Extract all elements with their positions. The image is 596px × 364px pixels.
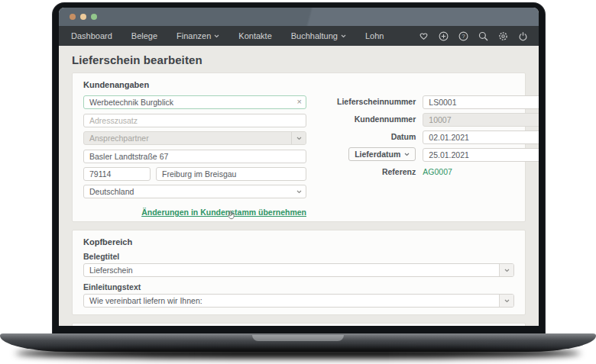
nav-item-dashboard[interactable]: Dashboard	[71, 31, 112, 40]
customer-number-input	[423, 113, 539, 127]
intro-text-label: Einleitungstext	[83, 282, 514, 292]
customer-name-input[interactable]	[83, 95, 306, 109]
search-icon[interactable]	[478, 31, 488, 41]
contact-person-select[interactable]: Ansprechpartner	[83, 131, 306, 145]
positions-panel: Belegpositionen	[72, 323, 526, 326]
nav-item-finanzen[interactable]: Finanzen	[177, 31, 219, 40]
chevron-down-icon[interactable]	[499, 264, 513, 276]
chevron-down-icon	[341, 34, 346, 38]
header-panel: Kopfbereich Belegtitel Lieferschein Einl…	[72, 230, 526, 315]
chevron-down-icon[interactable]	[291, 132, 306, 144]
date-input[interactable]	[423, 130, 539, 144]
street-input[interactable]	[83, 150, 306, 163]
nav-item-buchhaltung[interactable]: Buchhaltung	[291, 31, 346, 40]
address-suffix-input[interactable]	[83, 114, 306, 127]
window-button-3[interactable]	[91, 14, 97, 20]
page-content: Lieferschein bearbeiten Kundenangaben ×	[59, 46, 539, 326]
settings-icon[interactable]	[498, 31, 508, 41]
delivery-date-input[interactable]	[423, 148, 539, 162]
reference-row: Referenz AG0007	[337, 165, 539, 179]
apply-to-customer-link[interactable]: Änderungen in Kundenstamm übernehmen	[141, 208, 306, 217]
browser-titlebar	[59, 8, 539, 26]
nav-icon-group: ?	[419, 31, 528, 41]
customer-name-field-wrap: ×	[83, 95, 306, 109]
city-input[interactable]	[156, 167, 306, 181]
hand-cursor-icon	[226, 210, 236, 221]
svg-text:?: ?	[462, 33, 465, 40]
doc-number-input[interactable]	[423, 95, 539, 109]
chevron-down-icon	[404, 153, 410, 156]
intro-text-select[interactable]: Wie vereinbart liefern wir Ihnen:	[83, 294, 514, 308]
help-circle-icon[interactable]: ?	[458, 31, 468, 41]
nav-item-kontakte[interactable]: Kontakte	[238, 31, 271, 40]
page-title: Lieferschein bearbeiten	[72, 53, 526, 66]
zip-input[interactable]	[83, 167, 151, 181]
customer-panel: Kundenangaben × Ansprechpartner	[72, 72, 526, 222]
nav-menu: Dashboard Belege Finanzen Kontakte Buchh…	[71, 31, 384, 40]
chevron-down-icon	[214, 34, 219, 38]
laptop-shadow	[15, 348, 581, 359]
window-button-1[interactable]	[70, 14, 76, 20]
window-button-2[interactable]	[80, 14, 86, 20]
nav-item-lohn[interactable]: Lohn	[365, 31, 384, 40]
reference-link[interactable]: AG0007	[423, 167, 539, 176]
delivery-date-row: Lieferdatum	[337, 147, 539, 161]
doc-number-row: Lieferscheinnummer	[337, 95, 539, 108]
doc-title-select[interactable]: Lieferschein	[83, 263, 514, 277]
doc-title-label: Belegtitel	[83, 252, 514, 261]
header-panel-title: Kopfbereich	[83, 237, 514, 246]
customer-panel-title: Kundenangaben	[83, 80, 514, 89]
laptop-base-notch	[252, 335, 344, 341]
country-select[interactable]: Deutschland	[83, 185, 306, 198]
plus-circle-icon[interactable]	[439, 31, 449, 41]
customer-number-row: Kundennummer	[337, 112, 539, 126]
clear-icon[interactable]: ×	[297, 96, 302, 107]
power-icon[interactable]	[518, 31, 528, 41]
date-row: Datum	[337, 130, 539, 143]
delivery-date-type-button[interactable]: Lieferdatum	[348, 147, 416, 161]
chevron-down-icon[interactable]	[499, 295, 513, 307]
main-navbar: Dashboard Belege Finanzen Kontakte Buchh…	[59, 26, 539, 46]
screen-content: Dashboard Belege Finanzen Kontakte Buchh…	[59, 8, 539, 326]
chevron-down-icon	[292, 190, 306, 194]
heart-icon[interactable]	[419, 31, 429, 40]
laptop-screen: Dashboard Belege Finanzen Kontakte Buchh…	[53, 3, 545, 342]
nav-item-belege[interactable]: Belege	[131, 31, 157, 40]
apply-link-row: Änderungen in Kundenstamm übernehmen	[83, 202, 306, 214]
